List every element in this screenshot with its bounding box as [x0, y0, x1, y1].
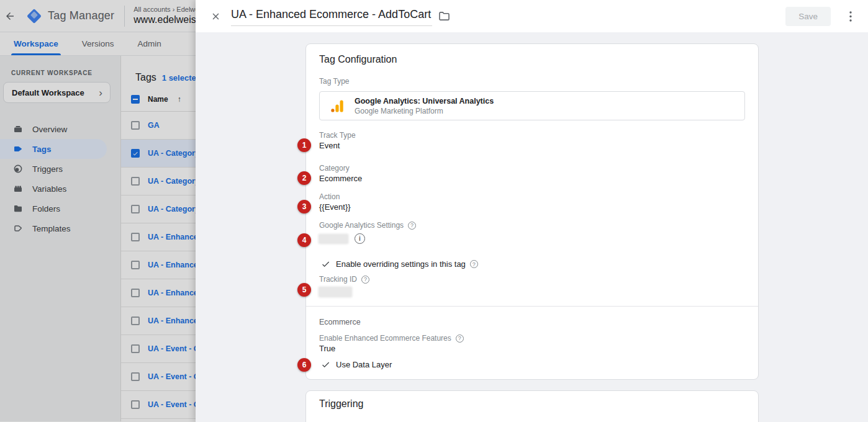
tag-type-platform: Google Marketing Platform	[355, 107, 494, 115]
track-type-label: Track Type	[319, 131, 745, 140]
save-button[interactable]: Save	[785, 7, 831, 26]
override-settings-checkbox-row[interactable]: Enable overriding settings in this tag ?	[319, 259, 745, 269]
help-icon[interactable]: ?	[408, 222, 416, 230]
tracking-id-value-row: 5	[319, 287, 745, 297]
ga-settings-label: Google Analytics Settings	[319, 221, 404, 230]
checkmark-icon	[321, 360, 330, 369]
folder-icon[interactable]	[438, 11, 450, 21]
tag-type-name: Google Analytics: Universal Analytics	[355, 97, 494, 106]
tag-editor-content: Tag Configuration Tag Type Google Analyt…	[196, 32, 868, 422]
triggering-card: Triggering Firing Triggers	[305, 390, 759, 422]
use-data-layer-checkbox-row[interactable]: 6 Use Data Layer	[319, 360, 745, 369]
tracking-id-label-row: Tracking ID ?	[319, 275, 745, 284]
tag-type-label: Tag Type	[319, 77, 745, 86]
checkmark-icon	[321, 259, 330, 269]
category-label: Category	[319, 164, 745, 173]
tag-title-input[interactable]: UA - Enhanced Ecommerce - AddToCart	[231, 6, 432, 26]
help-icon[interactable]: ?	[470, 260, 478, 268]
google-analytics-icon	[330, 99, 345, 114]
enhanced-ecommerce-field: Enable Enhanced Ecommerce Features ? Tru…	[319, 334, 745, 353]
use-data-layer-label: Use Data Layer	[336, 360, 392, 369]
action-field: 3 Action {{Event}}	[319, 192, 745, 212]
category-field: 2 Category Ecommerce	[319, 164, 745, 183]
annotation-badge-1: 1	[297, 138, 311, 152]
gtm-app: Tag Manager All accounts › Edelweiss www…	[0, 0, 868, 422]
tag-editor-panel: UA - Enhanced Ecommerce - AddToCart Save…	[196, 0, 868, 422]
category-value[interactable]: Ecommerce	[319, 174, 745, 183]
annotation-badge-3: 3	[297, 200, 311, 213]
action-label: Action	[319, 192, 745, 201]
annotation-badge-2: 2	[297, 171, 311, 185]
tag-configuration-card: Tag Configuration Tag Type Google Analyt…	[305, 43, 759, 380]
annotation-badge-4: 4	[297, 233, 311, 247]
kebab-menu-icon[interactable]	[843, 9, 858, 24]
track-type-field: 1 Track Type Event	[319, 131, 745, 150]
track-type-value[interactable]: Event	[319, 141, 745, 150]
ga-settings-value-row: 4 i	[319, 233, 745, 244]
close-icon[interactable]	[208, 9, 223, 24]
tracking-id-redacted-value[interactable]	[319, 287, 351, 297]
annotation-badge-5: 5	[297, 283, 311, 297]
enhanced-ecommerce-label: Enable Enhanced Ecommerce Features	[319, 334, 451, 343]
ga-settings-label-row: Google Analytics Settings ?	[319, 221, 745, 230]
help-icon[interactable]: ?	[456, 334, 464, 343]
override-settings-label: Enable overriding settings in this tag	[336, 259, 466, 269]
tag-type-selector[interactable]: Google Analytics: Universal Analytics Go…	[319, 91, 745, 120]
section-divider	[306, 306, 758, 307]
help-icon[interactable]: ?	[361, 276, 369, 284]
enhanced-ecommerce-value[interactable]: True	[319, 344, 745, 353]
triggering-heading: Triggering	[319, 398, 745, 410]
ecommerce-section-label: Ecommerce	[319, 318, 745, 326]
tag-editor-header: UA - Enhanced Ecommerce - AddToCart Save	[196, 0, 868, 32]
ga-settings-redacted-value[interactable]	[319, 235, 348, 243]
info-icon[interactable]: i	[355, 233, 365, 244]
annotation-badge-6: 6	[297, 358, 311, 372]
tracking-id-label: Tracking ID	[319, 275, 357, 284]
action-value[interactable]: {{Event}}	[319, 202, 745, 212]
tag-configuration-heading: Tag Configuration	[319, 54, 745, 65]
